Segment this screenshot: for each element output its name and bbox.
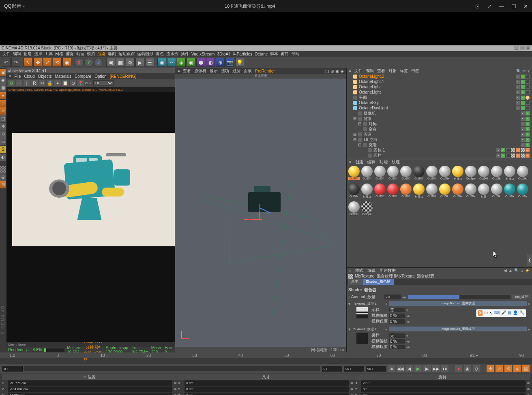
object-tree[interactable]: OctaneLight.2▪✓⬛OctaneLight.1▪✓⬛OctaneLi… xyxy=(347,74,532,159)
tex2-expand-icon[interactable]: ▾ xyxy=(348,327,352,331)
vp-menu-6[interactable]: ProRender xyxy=(255,69,275,73)
menu-插件[interactable]: 插件 xyxy=(181,51,189,57)
vp-menu-4[interactable]: 过滤 xyxy=(232,68,240,74)
key-pos-button[interactable]: ✥ xyxy=(487,365,494,372)
lv-sphere-button[interactable]: ● xyxy=(54,80,61,86)
lv-menu-4[interactable]: Compare xyxy=(75,74,91,79)
tree-item[interactable]: OctaneLight▪✓⬛ xyxy=(347,84,532,90)
move-tool[interactable]: ✥ xyxy=(33,58,42,67)
menu-脚本[interactable]: 脚本 xyxy=(270,51,278,57)
pin-icon[interactable]: ⤢ xyxy=(487,3,491,9)
ime-sogou-icon[interactable]: S xyxy=(478,310,483,316)
material-item[interactable]: OctSpe xyxy=(465,166,477,183)
scale-tool[interactable]: ⤢ xyxy=(43,58,52,67)
frame-current-input[interactable] xyxy=(322,366,342,372)
menu-选择[interactable]: 选择 xyxy=(34,51,42,57)
s-tool[interactable]: S xyxy=(0,146,6,153)
c4d-close-icon[interactable]: × xyxy=(526,46,530,50)
material-item[interactable]: OctGlo xyxy=(439,184,451,201)
sampling-select[interactable]: 无 xyxy=(389,308,405,312)
ime-user-icon[interactable]: 👤 xyxy=(513,310,518,316)
tex1-preview[interactable] xyxy=(356,307,368,318)
material-item[interactable]: 材质.4 xyxy=(452,166,464,183)
mat-tab-2[interactable]: 功能 xyxy=(380,159,388,165)
search-icon[interactable]: 🔍 xyxy=(516,69,521,73)
vp-icon4[interactable]: ◈ xyxy=(341,69,344,73)
material-item[interactable]: OctDiff xyxy=(400,184,412,201)
tree-item[interactable]: OctaneDayLight▪✓⬛ xyxy=(347,105,532,111)
redo-button[interactable]: ↷ xyxy=(11,58,20,67)
obj-tab-5[interactable]: 书签 xyxy=(411,68,419,74)
tree-item[interactable]: ⊟克隆▪✓ xyxy=(347,142,532,147)
material-item[interactable]: OctDiff xyxy=(348,166,360,183)
obj-tab-2[interactable]: 查看 xyxy=(377,68,385,74)
c4d-min-icon[interactable]: _ xyxy=(514,46,519,50)
goto-end-button[interactable]: ⏭ xyxy=(441,365,448,372)
perspective-viewport[interactable] xyxy=(175,79,346,347)
prev-key-button[interactable]: ◀◀ xyxy=(397,365,404,372)
z-axis-toggle[interactable]: Z xyxy=(94,58,103,67)
lv-clipboard-button[interactable]: 📋 xyxy=(62,80,69,86)
poly-mode[interactable]: ▱ xyxy=(0,107,6,115)
menu-运动图形[interactable]: 运动图形 xyxy=(137,51,153,57)
next-key-button[interactable]: ▶▶ xyxy=(432,365,440,372)
material-item[interactable]: OctGlo xyxy=(491,184,503,201)
attr-search-icon[interactable]: 🔍 xyxy=(514,268,519,273)
frame-end-input[interactable] xyxy=(344,366,364,372)
hypernurbs-tool[interactable]: ◉ xyxy=(187,58,195,67)
select-tool[interactable]: ↖ xyxy=(24,58,32,67)
material-item[interactable]: 材质.1 xyxy=(413,184,425,201)
material-item[interactable]: OctGlo xyxy=(517,166,529,183)
material-item[interactable]: OctMix xyxy=(452,184,464,201)
attr-up-icon[interactable]: ▲ xyxy=(508,268,513,273)
rotate-tool[interactable]: ⟲ xyxy=(53,58,62,67)
menu-运动跟踪[interactable]: 运动跟踪 xyxy=(118,51,135,57)
material-item[interactable]: OctMix xyxy=(517,184,529,201)
menu-雕刻[interactable]: 雕刻 xyxy=(108,51,116,57)
menu-网格[interactable]: 网格 xyxy=(55,51,63,57)
lv-menu-0[interactable]: File xyxy=(14,74,21,79)
render-view-button[interactable]: ▣ xyxy=(106,58,115,67)
keyframe-button[interactable]: ◇ xyxy=(473,365,480,372)
light-tool[interactable]: 💡 xyxy=(235,58,244,67)
x-axis-toggle[interactable]: X xyxy=(75,58,84,67)
lv-menu-3[interactable]: Materials xyxy=(55,74,71,79)
vp-menu-1[interactable]: 摄像机 xyxy=(194,68,206,74)
autokey-button[interactable]: ◉ xyxy=(464,365,471,372)
obj-tab-4[interactable]: 标签 xyxy=(400,68,408,74)
menu-角色[interactable]: 角色 xyxy=(156,51,164,57)
vp-menu-2[interactable]: 显示 xyxy=(210,68,218,74)
mat-tab-3[interactable]: 纹理 xyxy=(392,159,400,165)
ime-skin-icon[interactable]: ▦ xyxy=(508,310,511,316)
menu-工具[interactable]: 工具 xyxy=(45,51,53,57)
point-mode[interactable]: ● xyxy=(0,92,6,99)
material-item[interactable]: OctDiff xyxy=(387,184,399,201)
material-item[interactable]: OctDiff xyxy=(400,166,412,183)
filter-icon[interactable]: ▾ xyxy=(528,69,530,73)
tree-item[interactable]: ⊟L9 空白▪✓ xyxy=(347,137,532,142)
ime-voice-icon[interactable]: 🎤 xyxy=(501,310,506,316)
menu-流水线[interactable]: 流水线 xyxy=(166,51,178,57)
viewport-solo[interactable]: ◎ xyxy=(0,173,6,181)
snap-toggle[interactable]: ⊙ xyxy=(0,130,6,138)
lv-menu-6[interactable]: [RENDERING] xyxy=(110,74,137,79)
tex2-field[interactable]: ImageTexture_图像纹理 xyxy=(389,327,527,331)
axis-mode[interactable]: ✥ xyxy=(0,123,6,130)
key-param-button[interactable]: ◈ xyxy=(513,365,521,372)
key-scale-button[interactable]: ⤢ xyxy=(496,365,503,372)
vp-icon1[interactable]: ◫ xyxy=(325,69,329,73)
attr-tab-0[interactable]: 模式 xyxy=(355,268,363,273)
maximize-icon[interactable]: ☐ xyxy=(511,3,516,9)
amount-value[interactable]: 0.5 xyxy=(384,295,401,299)
attr-home-icon[interactable]: ⌂ xyxy=(521,268,523,273)
blur-scale-value-2[interactable]: 0 % xyxy=(389,345,405,349)
material-item[interactable]: OctGlo xyxy=(491,166,503,183)
ime-keyboard-icon[interactable]: ⌨ xyxy=(494,310,500,316)
vp-menu-3[interactable]: 选项 xyxy=(221,68,229,74)
render-active-button[interactable]: ▶ xyxy=(135,58,144,67)
blur-offset-value[interactable]: 0 % xyxy=(389,314,405,318)
material-item[interactable]: OctMix xyxy=(465,184,477,201)
material-item[interactable]: OctMix xyxy=(504,184,516,201)
undo-button[interactable]: ↶ xyxy=(2,58,11,67)
menu-帮助[interactable]: 帮助 xyxy=(291,51,299,57)
